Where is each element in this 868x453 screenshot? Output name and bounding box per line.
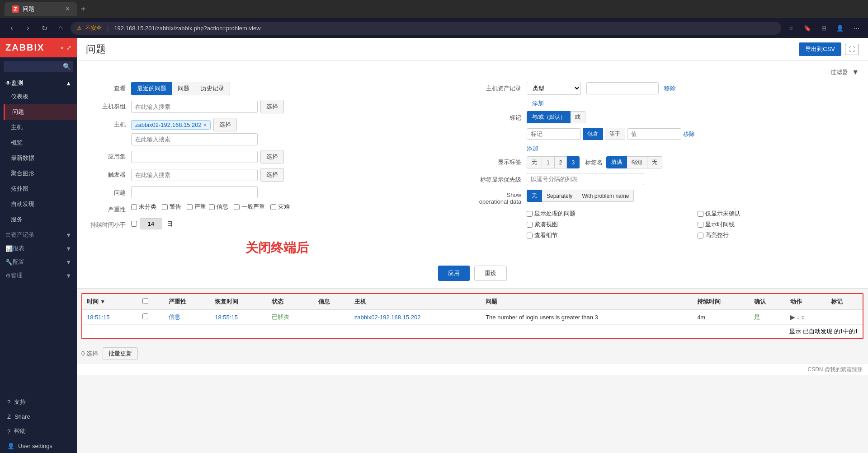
app-select-button[interactable]: 选择 [260,150,284,163]
sidebar-item-share[interactable]: Z Share [0,410,77,424]
operational-with-problem-name[interactable]: With problem name [577,190,634,202]
tag-name-short[interactable]: 缩短 [627,156,647,168]
sidebar-item-services[interactable]: 服务 [4,212,77,227]
bulk-update-button[interactable]: 批量更新 [103,347,138,360]
sidebar-item-dashboard[interactable]: 仪表板 [4,89,77,104]
show-timeline-checkbox[interactable]: 显示时间线 [698,220,859,229]
problem-input[interactable] [131,186,258,198]
show-tags-none[interactable]: 无 [527,156,542,168]
tag-priority-input[interactable] [527,173,644,185]
action-down-icon[interactable]: ↓ [797,313,800,321]
view-tab-history[interactable]: 历史记录 [195,82,230,95]
action-play-icon[interactable]: ▶ [790,313,795,321]
fullscreen-button[interactable]: ⛶ [845,44,859,55]
sidebar-item-maps[interactable]: 拓扑图 [4,181,77,196]
tag-add-link[interactable]: 添加 [527,145,538,152]
view-tab-problems[interactable]: 问题 [172,82,195,95]
operational-none[interactable]: 无 [527,190,542,202]
tag-name-input[interactable] [527,128,581,140]
tab-close[interactable]: × [66,5,70,13]
app-input[interactable] [131,151,258,163]
row-recovery-time[interactable]: 18:55:15 [215,314,238,321]
new-tab-button[interactable]: + [80,4,86,14]
severity-average[interactable]: 一般严重 [234,203,265,211]
tag-name-full[interactable]: 填满 [606,156,627,168]
reset-button[interactable]: 重设 [474,266,507,281]
sidebar-item-user-settings[interactable]: 👤 User settings [0,439,77,453]
sidebar-item-latest[interactable]: 最新数据 [4,150,77,166]
export-csv-button[interactable]: 导出到CSV [799,42,841,56]
highlight-row-checkbox[interactable]: 高亮整行 [698,231,859,239]
show-tags-1[interactable]: 1 [542,156,555,168]
host-tag-remove[interactable]: × [203,121,207,128]
home-button[interactable]: ⌂ [54,22,67,34]
severity-unclassified[interactable]: 未分类 [131,203,156,211]
col-checkbox[interactable] [138,294,164,310]
bookmark-icon[interactable]: 🔖 [801,22,814,34]
sidebar-item-problems[interactable]: 问题 [4,104,77,120]
severity-warning[interactable]: 警告 [162,203,181,211]
tag-remove-link[interactable]: 移除 [683,130,695,138]
compact-view-checkbox[interactable]: 紧凑视图 [527,220,689,229]
sidebar-section-monitoring[interactable]: 👁 监测 ▲ [0,75,77,89]
col-time[interactable]: 时间 ▼ [82,294,138,310]
sidebar-item-help[interactable]: ? 帮助 [0,424,77,439]
sidebar-section-config[interactable]: 🔧 配置 ▼ [0,254,77,268]
tag-operator-contains[interactable]: 包含 [583,128,603,140]
row-checkbox[interactable] [142,313,148,319]
host-search-input[interactable] [131,133,258,145]
collapse-icon[interactable]: « [61,44,64,51]
filter-toggle-icon[interactable]: ▼ [852,68,859,76]
host-select-button[interactable]: 选择 [213,118,237,131]
show-tags-2[interactable]: 2 [555,156,567,168]
sidebar-item-autodiscovery[interactable]: 自动发现 [4,196,77,212]
show-unconfirmed-checkbox[interactable]: 仅显示未确认 [698,210,859,218]
tag-value-input[interactable] [627,128,681,140]
show-tags-3[interactable]: 3 [567,156,580,168]
star-icon[interactable]: ☆ [785,22,797,34]
monitoring-children: 仪表板 问题 主机 概览 最新数据 聚合图形 拓扑图 自动发现 [0,89,77,227]
asset-add-link[interactable]: 添加 [532,100,544,107]
forward-button[interactable]: › [22,22,34,34]
row-time[interactable]: 18:51:15 [87,314,110,321]
hostgroup-input[interactable] [131,101,258,113]
sidebar-item-overview[interactable]: 概览 [4,135,77,150]
action-swap-icon[interactable]: ↕ [801,313,804,321]
tag-name-none[interactable]: 无 [647,156,662,168]
asset-remove-link[interactable]: 移除 [664,84,676,93]
extensions-icon[interactable]: ⊞ [817,22,830,34]
address-bar[interactable]: ⚠ 不安全 | 192.168.15.201/zabbix/zabbix.php… [71,22,781,35]
more-icon[interactable]: ⋯ [850,22,863,34]
back-button[interactable]: ‹ [5,22,18,34]
asset-value-input[interactable] [586,82,659,94]
sidebar-item-hosts[interactable]: 主机 [4,120,77,135]
hostgroup-select-button[interactable]: 选择 [260,100,284,113]
refresh-button[interactable]: ↻ [38,22,51,34]
row-problem[interactable]: The number of login users is greater tha… [486,314,598,321]
duration-checkbox[interactable] [131,221,137,227]
expand-icon[interactable]: ⤢ [66,44,71,51]
view-details-checkbox[interactable]: 查看细节 [527,231,689,239]
severity-disaster[interactable]: 灾难 [270,203,290,211]
sidebar-item-support[interactable]: ? 支持 [0,394,77,410]
row-host[interactable]: zabbix02-192.168.15.202 [354,314,421,321]
show-resolved-checkbox[interactable]: 显示处理的问题 [527,210,689,218]
asset-type-select[interactable]: 类型 [527,82,581,95]
view-tab-recent[interactable]: 最近的问题 [131,82,172,95]
profile-icon[interactable]: 👤 [834,22,846,34]
severity-critical[interactable]: 严重 [187,203,206,211]
tags-mode-or[interactable]: 或 [571,111,585,123]
severity-info[interactable]: 信息 [209,203,228,211]
sidebar-section-reports[interactable]: 📊 报表 ▼ [0,241,77,254]
sidebar-section-assets[interactable]: ☰ 资产记录 ▼ [0,227,77,241]
sidebar-item-aggregate-graphs[interactable]: 聚合图形 [4,166,77,181]
trigger-input[interactable] [131,169,258,181]
operational-separately[interactable]: Separately [542,190,577,202]
sidebar-section-admin[interactable]: ⚙ 管理 ▼ [0,268,77,281]
browser-tab[interactable]: Z 问题 × [5,2,77,16]
trigger-select-button[interactable]: 选择 [260,168,284,182]
duration-value-input[interactable] [140,218,162,229]
tag-operator-equals[interactable]: 等于 [605,128,625,140]
tags-mode-and-or[interactable]: 与/或（默认） [527,111,571,123]
apply-button[interactable]: 应用 [438,266,470,281]
